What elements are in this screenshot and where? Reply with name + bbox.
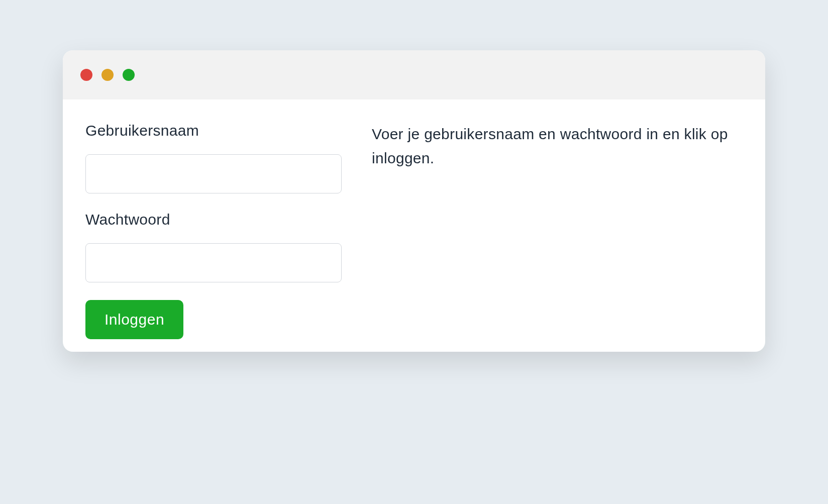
app-window: Gebruikersnaam Wachtwoord Inloggen Voer …: [63, 50, 765, 352]
minimize-icon[interactable]: [101, 69, 114, 81]
login-button[interactable]: Inloggen: [85, 300, 183, 339]
username-input[interactable]: [85, 154, 342, 193]
username-label: Gebruikersnaam: [85, 122, 342, 139]
password-input[interactable]: [85, 243, 342, 282]
maximize-icon[interactable]: [123, 69, 135, 81]
password-label: Wachtwoord: [85, 211, 342, 228]
window-content: Gebruikersnaam Wachtwoord Inloggen Voer …: [63, 99, 765, 352]
password-group: Wachtwoord: [85, 211, 342, 282]
info-panel: Voer je gebruikersnaam en wachtwoord in …: [372, 122, 743, 339]
instructions-text: Voer je gebruikersnaam en wachtwoord in …: [372, 122, 743, 170]
username-group: Gebruikersnaam: [85, 122, 342, 193]
window-titlebar: [63, 50, 765, 99]
login-form: Gebruikersnaam Wachtwoord Inloggen: [85, 122, 342, 339]
close-icon[interactable]: [80, 69, 92, 81]
